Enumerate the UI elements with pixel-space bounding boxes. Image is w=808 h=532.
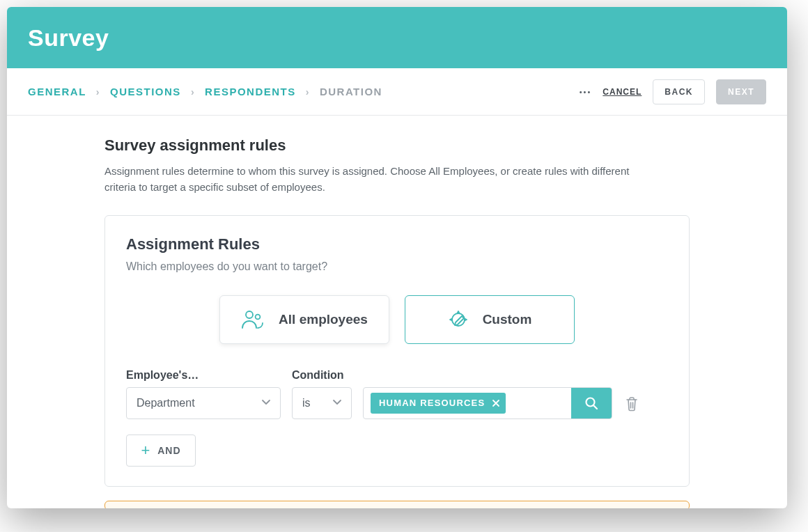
custom-icon <box>448 309 469 330</box>
field-value: . HUMAN RESOURCES <box>363 369 612 419</box>
and-label: AND <box>157 445 180 456</box>
field-label-attribute: Employee's… <box>126 369 281 382</box>
plus-icon: + <box>141 443 150 458</box>
page-title: Survey assignment rules <box>104 136 690 155</box>
option-custom[interactable]: Custom <box>405 295 575 344</box>
field-condition: Condition is <box>292 369 352 419</box>
next-button: NEXT <box>716 79 766 104</box>
header-actions: ••• CANCEL BACK NEXT <box>580 79 766 104</box>
condition-select[interactable]: is <box>292 387 352 419</box>
attribute-select-value: Department <box>137 397 195 409</box>
search-icon <box>584 396 599 411</box>
rule-row: Employee's… Department Condition is <box>126 369 668 419</box>
add-and-rule-button[interactable]: + AND <box>126 435 196 467</box>
sub-header: GENERAL › QUESTIONS › RESPONDENTS › DURA… <box>7 68 787 116</box>
condition-select-value: is <box>302 397 311 409</box>
main-content: Survey assignment rules Assignment rules… <box>7 116 787 508</box>
page-description: Assignment rules determine to whom this … <box>104 163 634 196</box>
close-icon <box>492 399 500 407</box>
option-all-employees[interactable]: All employees <box>219 295 389 344</box>
field-employee-attribute: Employee's… Department <box>126 369 281 419</box>
delete-rule-button[interactable] <box>623 396 640 412</box>
chevron-right-icon: › <box>96 86 100 97</box>
app-window: Survey GENERAL › QUESTIONS › RESPONDENTS… <box>7 7 787 508</box>
chip-remove-button[interactable] <box>492 399 500 407</box>
card-title: Assignment Rules <box>126 235 668 253</box>
chip-label: HUMAN RESOURCES <box>379 398 485 408</box>
app-title: Survey <box>28 24 109 52</box>
option-custom-label: Custom <box>483 312 532 327</box>
crumb-questions[interactable]: QUESTIONS <box>110 86 181 97</box>
svg-point-3 <box>586 398 595 406</box>
more-menu-button[interactable]: ••• <box>580 88 592 96</box>
chip-human-resources: HUMAN RESOURCES <box>371 393 506 414</box>
field-label-condition: Condition <box>292 369 352 382</box>
attribute-select[interactable]: Department <box>126 387 281 419</box>
crumb-general[interactable]: GENERAL <box>28 86 86 97</box>
chevron-right-icon: › <box>306 86 310 97</box>
svg-point-0 <box>246 311 253 318</box>
chevron-down-icon <box>332 396 343 410</box>
chevron-down-icon <box>261 396 272 410</box>
alert-card <box>104 501 690 509</box>
svg-point-1 <box>256 314 261 319</box>
value-multiselect[interactable]: HUMAN RESOURCES <box>363 387 612 419</box>
card-subtitle: Which employees do you want to target? <box>126 260 668 273</box>
option-all-label: All employees <box>279 312 368 327</box>
title-bar: Survey <box>7 7 787 68</box>
people-icon <box>241 309 265 330</box>
value-search-button[interactable] <box>571 387 612 419</box>
assignment-rules-card: Assignment Rules Which employees do you … <box>104 215 690 487</box>
cancel-link[interactable]: CANCEL <box>603 87 642 97</box>
breadcrumb: GENERAL › QUESTIONS › RESPONDENTS › DURA… <box>28 86 382 97</box>
back-button[interactable]: BACK <box>653 79 705 104</box>
target-options: All employees Custom <box>126 295 668 344</box>
crumb-duration: DURATION <box>320 86 382 97</box>
chevron-right-icon: › <box>191 86 195 97</box>
chips-area[interactable]: HUMAN RESOURCES <box>364 393 571 414</box>
crumb-respondents[interactable]: RESPONDENTS <box>205 86 296 97</box>
trash-icon <box>625 396 639 412</box>
